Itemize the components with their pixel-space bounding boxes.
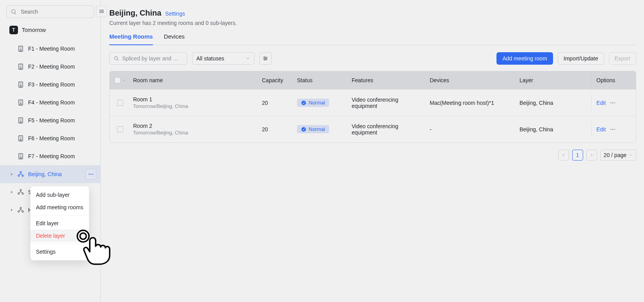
org-chart-icon (17, 171, 24, 178)
page-next-button[interactable] (586, 150, 597, 161)
tabs: Meeting RoomsDevices (109, 33, 636, 45)
root-label: Tomorrow (22, 27, 46, 33)
sidebar: T Tomorrow F1 - Meeting RoomF2 - Meeting… (0, 0, 101, 302)
page-subtitle: Current layer has 2 meeting rooms and 0 … (109, 20, 636, 26)
menu-item[interactable]: Settings (30, 245, 89, 258)
svg-rect-23 (19, 100, 23, 105)
edit-link[interactable]: Edit (596, 100, 606, 106)
tab[interactable]: Meeting Rooms (109, 33, 153, 45)
table-row: Room 2Tomorrow/Beijing, China20NormalVid… (110, 116, 636, 142)
sidebar-item-label: F4 - Meeting Room (28, 99, 75, 106)
sidebar-item-label: F3 - Meeting Room (28, 81, 75, 88)
page-size-select[interactable]: 20 / page (600, 150, 636, 161)
caret-right-icon[interactable] (9, 172, 14, 176)
page-prev-button[interactable] (558, 150, 569, 161)
toolbar: Spliced by layer and … All statuses Add … (109, 52, 636, 65)
svg-rect-40 (20, 139, 21, 141)
add-meeting-room-button[interactable]: Add meeting room (496, 52, 553, 65)
sidebar-item-room[interactable]: F4 - Meeting Room (0, 94, 100, 111)
sidebar-search[interactable] (6, 5, 94, 18)
room-search[interactable]: Spliced by layer and … (109, 52, 187, 65)
layer-settings-link[interactable]: Settings (165, 11, 185, 17)
room-layer: Beijing, China (517, 126, 591, 132)
svg-point-69 (301, 101, 306, 105)
building-icon (17, 99, 24, 106)
search-icon (11, 9, 17, 15)
sidebar-item-more-button[interactable] (85, 169, 96, 180)
menu-item[interactable]: Delete layer (30, 230, 89, 242)
layer-context-menu: Add sub-layerAdd meeting roomsEdit layer… (30, 186, 89, 260)
svg-rect-5 (19, 46, 23, 51)
room-features: Video conferencing equipment (349, 123, 427, 136)
sidebar-item-room[interactable]: F7 - Meeting Room (0, 147, 100, 165)
caret-right-icon[interactable] (9, 208, 14, 212)
menu-item[interactable]: Add meeting rooms (30, 201, 89, 214)
svg-rect-46 (20, 157, 21, 159)
status-badge: Normal (297, 99, 329, 107)
svg-point-66 (264, 57, 265, 58)
menu-item[interactable]: Edit layer (30, 217, 89, 230)
row-select-checkbox[interactable] (117, 126, 123, 132)
menu-separator (30, 244, 89, 244)
status-filter[interactable]: All statuses (192, 52, 254, 65)
chevron-down-icon (246, 56, 250, 61)
col-room-name: Room name (131, 77, 260, 83)
col-layer: Layer (517, 77, 591, 83)
col-devices: Devices (427, 77, 517, 83)
sidebar-item-room[interactable]: F1 - Meeting Room (0, 40, 100, 58)
menu-item[interactable]: Add sub-layer (30, 189, 89, 201)
svg-rect-28 (20, 103, 21, 105)
building-icon (17, 135, 24, 142)
page-size-label: 20 / page (604, 152, 626, 158)
export-button: Export (609, 52, 636, 65)
sidebar-item-label: F1 - Meeting Room (28, 46, 75, 52)
tab[interactable]: Devices (164, 33, 185, 45)
svg-point-0 (12, 10, 15, 13)
edit-link[interactable]: Edit (596, 126, 606, 132)
svg-rect-41 (19, 154, 23, 159)
caret-right-icon[interactable] (9, 190, 14, 194)
svg-point-54 (18, 193, 20, 194)
import-update-button[interactable]: Import/Update (558, 52, 604, 65)
sidebar-item-layer[interactable]: Beijing, China (0, 165, 100, 183)
sidebar-item-room[interactable]: F3 - Meeting Room (0, 76, 100, 94)
tree-root[interactable]: T Tomorrow (0, 23, 100, 37)
org-chart-icon (17, 207, 24, 214)
sidebar-search-input[interactable] (20, 8, 90, 15)
row-more-button[interactable] (610, 126, 616, 132)
select-all-checkbox[interactable] (114, 77, 121, 83)
sidebar-item-room[interactable]: F2 - Meeting Room (0, 58, 100, 76)
row-select-checkbox[interactable] (117, 100, 123, 106)
svg-point-70 (610, 102, 612, 103)
svg-point-55 (22, 193, 23, 194)
svg-point-58 (22, 211, 23, 212)
sidebar-item-label: F5 - Meeting Room (28, 117, 75, 124)
sidebar-item-label: F7 - Meeting Room (28, 153, 75, 159)
svg-point-74 (610, 129, 612, 130)
sidebar-item-room[interactable]: F6 - Meeting Room (0, 129, 100, 147)
room-features: Video conferencing equipment (349, 97, 427, 109)
svg-line-1 (15, 13, 16, 14)
svg-rect-29 (19, 118, 23, 123)
sidebar-collapse-toggle[interactable] (96, 5, 107, 17)
search-icon (114, 56, 119, 61)
page-number-button[interactable]: 1 (572, 150, 583, 161)
svg-point-68 (265, 59, 265, 60)
sidebar-item-label: Beijing, China (28, 171, 62, 177)
chevron-down-icon[interactable] (122, 78, 126, 82)
svg-rect-17 (19, 82, 23, 87)
sidebar-item-room[interactable]: F5 - Meeting Room (0, 111, 100, 129)
col-features: Features (349, 77, 427, 83)
svg-point-57 (18, 211, 20, 212)
table-header: Room name Capacity Status Features Devic… (110, 71, 636, 89)
pagination: 1 20 / page (109, 150, 636, 161)
room-search-placeholder: Spliced by layer and … (122, 55, 178, 62)
col-options: Options (591, 71, 630, 89)
rooms-table: Room name Capacity Status Features Devic… (109, 71, 636, 143)
building-icon (17, 45, 24, 52)
row-more-button[interactable] (610, 100, 616, 106)
room-name: Room 2 (133, 123, 257, 129)
sidebar-item-label: F6 - Meeting Room (28, 135, 75, 141)
columns-settings-button[interactable] (259, 52, 272, 65)
room-name: Room 1 (133, 96, 257, 102)
